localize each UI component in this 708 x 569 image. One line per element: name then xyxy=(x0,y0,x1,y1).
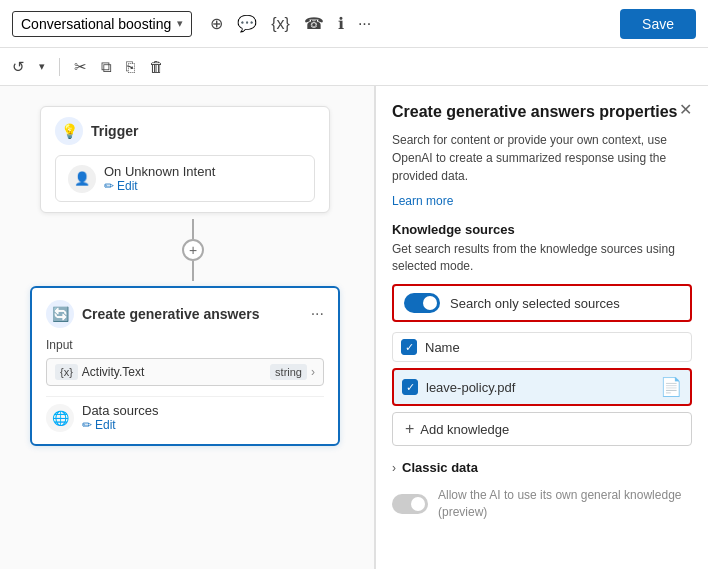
classic-section: › Classic data Allow the AI to use its o… xyxy=(392,460,692,525)
phone-icon[interactable]: ☎ xyxy=(304,14,324,33)
file-check-icon: ✓ xyxy=(406,381,415,394)
chevron-right-icon: › xyxy=(392,461,396,475)
variable-icon[interactable]: {x} xyxy=(271,15,290,33)
file-name: leave-policy.pdf xyxy=(426,380,652,395)
arrow-right-icon: › xyxy=(311,365,315,379)
knowledge-section-title: Knowledge sources xyxy=(392,222,692,237)
info-icon[interactable]: ℹ xyxy=(338,14,344,33)
datasource-label: Data sources xyxy=(82,403,324,418)
copy-stack-icon[interactable]: ⧉ xyxy=(101,58,112,76)
classic-toggle[interactable] xyxy=(392,494,428,514)
undo-icon[interactable]: ↺ xyxy=(12,58,25,76)
toggle-row: Search only selected sources xyxy=(392,284,692,322)
divider xyxy=(59,58,60,76)
classic-toggle-label: Allow the AI to use its own general know… xyxy=(438,487,692,521)
chat-icon[interactable]: 💬 xyxy=(237,14,257,33)
pdf-icon: 📄 xyxy=(660,376,682,398)
cut-icon[interactable]: ✂ xyxy=(74,58,87,76)
save-button[interactable]: Save xyxy=(620,9,696,39)
datasource-text: Data sources ✏ Edit xyxy=(82,403,324,432)
main-content: 💡 Trigger 👤 On Unknown Intent ✏ Edit + xyxy=(0,86,708,569)
trigger-node: 💡 Trigger 👤 On Unknown Intent ✏ Edit xyxy=(40,106,330,213)
plus-icon: + xyxy=(405,420,414,438)
delete-icon[interactable]: 🗑 xyxy=(149,58,164,75)
chevron-down-icon: ▾ xyxy=(177,17,183,30)
add-knowledge-label: Add knowledge xyxy=(420,422,509,437)
trigger-header: 💡 Trigger xyxy=(55,117,315,145)
input-tag: {x} xyxy=(55,364,78,380)
intent-text: On Unknown Intent ✏ Edit xyxy=(104,164,302,193)
datasource-icon: 🌐 xyxy=(46,404,74,432)
toolbar: ↺ ▾ ✂ ⧉ ⎘ 🗑 xyxy=(0,48,708,86)
intent-label: On Unknown Intent xyxy=(104,164,302,179)
more-icon[interactable]: ··· xyxy=(358,15,371,33)
dropdown-icon[interactable]: ▾ xyxy=(39,60,45,73)
file-checkbox[interactable]: ✓ xyxy=(402,379,418,395)
datasource-edit-link[interactable]: ✏ Edit xyxy=(82,418,324,432)
trigger-label: Trigger xyxy=(91,123,138,139)
trigger-icon: 💡 xyxy=(55,117,83,145)
check-icon: ✓ xyxy=(405,341,414,354)
file-row: ✓ leave-policy.pdf 📄 xyxy=(392,368,692,406)
input-section-label: Input xyxy=(46,338,324,352)
search-toggle[interactable] xyxy=(404,293,440,313)
generative-node: 🔄 Create generative answers ··· Input {x… xyxy=(30,286,340,446)
learn-more-link[interactable]: Learn more xyxy=(392,194,453,208)
title-bar[interactable]: Conversational boosting ▾ xyxy=(12,11,192,37)
classic-title: Classic data xyxy=(402,460,478,475)
panel-header: Create generative answers properties ✕ xyxy=(392,102,692,123)
copy-icon[interactable]: ⎘ xyxy=(126,58,135,75)
gen-header: 🔄 Create generative answers ··· xyxy=(46,300,324,328)
panel-description: Search for content or provide your own c… xyxy=(392,131,692,185)
gen-label: Create generative answers xyxy=(82,306,303,322)
gen-more-icon[interactable]: ··· xyxy=(311,305,324,323)
add-node-button[interactable]: + xyxy=(182,239,204,261)
connector-line-top xyxy=(192,219,194,239)
panel-title: Create generative answers properties xyxy=(392,102,677,123)
name-row: ✓ Name xyxy=(392,332,692,362)
connector: + xyxy=(182,219,204,281)
classic-toggle-row: Allow the AI to use its own general know… xyxy=(392,483,692,525)
name-col-label: Name xyxy=(425,340,683,355)
intent-node: 👤 On Unknown Intent ✏ Edit xyxy=(55,155,315,202)
datasource-row: 🌐 Data sources ✏ Edit xyxy=(46,396,324,432)
app-title: Conversational boosting xyxy=(21,16,171,32)
intent-edit-link[interactable]: ✏ Edit xyxy=(104,179,302,193)
intent-icon: 👤 xyxy=(68,165,96,193)
canvas: 💡 Trigger 👤 On Unknown Intent ✏ Edit + xyxy=(0,86,375,569)
edit-pencil-icon: ✏ xyxy=(104,179,114,193)
connector-line-bottom xyxy=(192,261,194,281)
top-bar: Conversational boosting ▾ ⊕ 💬 {x} ☎ ℹ ··… xyxy=(0,0,708,48)
input-value: Activity.Text xyxy=(82,365,270,379)
close-button[interactable]: ✕ xyxy=(679,102,692,118)
gen-icon: 🔄 xyxy=(46,300,74,328)
input-type-tag: string xyxy=(270,364,307,380)
classic-header[interactable]: › Classic data xyxy=(392,460,692,475)
top-bar-icons: ⊕ 💬 {x} ☎ ℹ ··· xyxy=(210,14,620,33)
input-row: {x} Activity.Text string › xyxy=(46,358,324,386)
name-checkbox[interactable]: ✓ xyxy=(401,339,417,355)
copilot-icon[interactable]: ⊕ xyxy=(210,14,223,33)
side-panel: Create generative answers properties ✕ S… xyxy=(375,86,708,569)
ds-edit-pencil-icon: ✏ xyxy=(82,418,92,432)
toggle-label: Search only selected sources xyxy=(450,296,620,311)
add-knowledge-button[interactable]: + Add knowledge xyxy=(392,412,692,446)
knowledge-section-desc: Get search results from the knowledge so… xyxy=(392,241,692,275)
